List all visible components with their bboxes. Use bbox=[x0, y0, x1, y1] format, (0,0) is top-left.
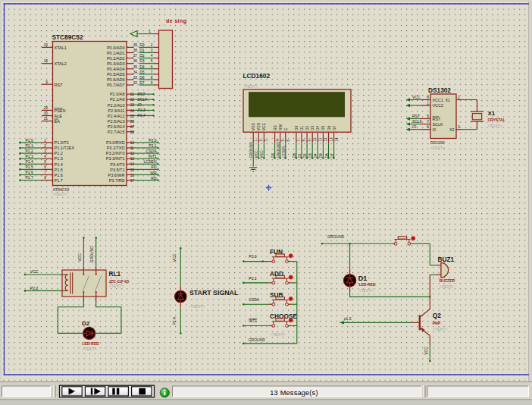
svg-text:VSS: VSS bbox=[252, 123, 255, 130]
svg-text:INT1: INT1 bbox=[149, 154, 157, 159]
svg-text:18: 18 bbox=[44, 59, 49, 63]
svg-text:Q2: Q2 bbox=[433, 312, 441, 319]
svg-text:P2.4: P2.4 bbox=[138, 113, 146, 118]
svg-text:P1.3: P1.3 bbox=[55, 156, 63, 161]
svg-text:P0.0/AD0: P0.0/AD0 bbox=[107, 46, 125, 50]
svg-text:30: 30 bbox=[44, 111, 49, 115]
svg-text:BUZ1: BUZ1 bbox=[438, 256, 455, 263]
svg-text:8: 8 bbox=[151, 76, 153, 80]
svg-text:D4: D4 bbox=[316, 126, 320, 130]
svg-text:13: 13 bbox=[130, 157, 135, 161]
svg-text:P2.6/A14: P2.6/A14 bbox=[108, 124, 125, 129]
svg-text:12: 12 bbox=[130, 152, 135, 155]
svg-text:5: 5 bbox=[427, 115, 429, 118]
svg-text:P3.6/WR: P3.6/WR bbox=[108, 173, 124, 177]
svg-text:2: 2 bbox=[458, 96, 460, 99]
svg-text:de sing: de sing bbox=[166, 18, 186, 24]
svg-text:3: 3 bbox=[44, 149, 46, 153]
svg-text:15: 15 bbox=[130, 168, 135, 172]
svg-text:P1.3: P1.3 bbox=[25, 154, 33, 159]
svg-text:2: 2 bbox=[151, 43, 153, 47]
svg-text:D4: D4 bbox=[314, 153, 318, 158]
svg-text:P2.0/A8: P2.0/A8 bbox=[110, 92, 125, 96]
svg-text:DS1302: DS1302 bbox=[430, 140, 445, 145]
svg-text:P1.6: P1.6 bbox=[25, 170, 33, 174]
svg-text:19: 19 bbox=[44, 43, 49, 47]
svg-text:D7: D7 bbox=[139, 80, 145, 85]
svg-text:GROUND: GROUND bbox=[277, 142, 280, 159]
svg-text:D2: D2 bbox=[303, 153, 307, 158]
svg-text:3: 3 bbox=[151, 49, 153, 52]
svg-text:D1: D1 bbox=[300, 126, 304, 130]
svg-text:8: 8 bbox=[427, 96, 429, 99]
svg-text:VCC2: VCC2 bbox=[433, 103, 443, 108]
svg-text:33: 33 bbox=[133, 76, 138, 80]
svg-text:PNP: PNP bbox=[433, 321, 441, 325]
svg-text:D0: D0 bbox=[293, 153, 296, 158]
svg-text:D1: D1 bbox=[298, 153, 302, 158]
svg-text:D3: D3 bbox=[311, 126, 315, 130]
svg-text:VCC: VCC bbox=[255, 150, 258, 159]
svg-text:ALE: ALE bbox=[55, 114, 63, 118]
svg-text:P1.5: P1.5 bbox=[55, 168, 63, 172]
svg-text:LCDEN: LCDEN bbox=[282, 146, 286, 159]
svg-text:RST: RST bbox=[138, 92, 146, 96]
svg-text:13: 13 bbox=[330, 137, 333, 142]
svg-text:11: 11 bbox=[130, 146, 134, 150]
svg-text:RS: RS bbox=[271, 153, 275, 159]
svg-text:P3.5/T1: P3.5/T1 bbox=[110, 168, 124, 172]
svg-text:VCC: VCC bbox=[260, 150, 264, 159]
svg-text:<TEXT>: <TEXT> bbox=[82, 347, 96, 351]
svg-text:P1.2: P1.2 bbox=[55, 151, 63, 155]
svg-text:P1.7: P1.7 bbox=[25, 175, 33, 180]
svg-text:24: 24 bbox=[130, 109, 135, 113]
svg-text:X1: X1 bbox=[488, 110, 496, 117]
svg-text:P0.7/AD7: P0.7/AD7 bbox=[107, 83, 125, 87]
svg-text:D0: D0 bbox=[295, 126, 299, 130]
svg-text:16: 16 bbox=[130, 174, 135, 177]
svg-text:<TEXT>: <TEXT> bbox=[243, 84, 258, 89]
svg-text:38: 38 bbox=[133, 49, 138, 52]
svg-text:17: 17 bbox=[130, 179, 135, 183]
svg-text:STC89C52: STC89C52 bbox=[52, 33, 83, 41]
svg-text:XTAL1: XTAL1 bbox=[55, 46, 67, 50]
svg-text:X2: X2 bbox=[449, 127, 455, 132]
svg-text:P0.6/AD6: P0.6/AD6 bbox=[107, 77, 125, 82]
svg-text:P1.1/T2EX: P1.1/T2EX bbox=[55, 146, 75, 150]
svg-text:2: 2 bbox=[44, 144, 46, 148]
svg-text:P0.4/AD4: P0.4/AD4 bbox=[107, 67, 125, 71]
svg-text:XTAL2: XTAL2 bbox=[55, 61, 67, 66]
svg-text:<TEXT>: <TEXT> bbox=[433, 327, 447, 331]
svg-text:P2.2/A10: P2.2/A10 bbox=[108, 103, 125, 108]
svg-text:P1.5: P1.5 bbox=[25, 165, 33, 169]
svg-text:10: 10 bbox=[130, 141, 135, 145]
svg-text:P2.4/A12: P2.4/A12 bbox=[108, 114, 125, 118]
svg-text:9: 9 bbox=[308, 140, 311, 142]
svg-text:5: 5 bbox=[44, 160, 46, 164]
svg-text:D3: D3 bbox=[308, 153, 312, 158]
svg-text:VCC: VCC bbox=[412, 95, 421, 99]
svg-text:5: 5 bbox=[151, 59, 153, 63]
svg-text:37: 37 bbox=[133, 54, 138, 58]
svg-text:D3: D3 bbox=[139, 58, 145, 63]
svg-text:1: 1 bbox=[149, 30, 151, 33]
svg-text:D4: D4 bbox=[139, 64, 145, 69]
svg-text:3: 3 bbox=[264, 140, 268, 142]
svg-text:VCC: VCC bbox=[424, 347, 428, 355]
svg-text:D7: D7 bbox=[333, 126, 336, 130]
svg-text:34: 34 bbox=[133, 71, 138, 74]
svg-text:1: 1 bbox=[427, 102, 429, 105]
svg-text:DS1302: DS1302 bbox=[428, 86, 451, 94]
svg-text:D6: D6 bbox=[327, 126, 331, 130]
svg-text:P2.3/A11: P2.3/A11 bbox=[108, 108, 124, 113]
svg-text:4: 4 bbox=[276, 140, 280, 142]
svg-text:27: 27 bbox=[130, 125, 135, 129]
svg-text:21: 21 bbox=[130, 93, 135, 96]
svg-text:EA: EA bbox=[55, 119, 61, 124]
svg-text:11: 11 bbox=[318, 137, 322, 141]
svg-text:GROUND: GROUND bbox=[327, 234, 345, 239]
svg-text:7: 7 bbox=[151, 71, 153, 74]
svg-text:I0: I0 bbox=[433, 127, 437, 132]
svg-text:10: 10 bbox=[313, 137, 317, 142]
svg-text:9: 9 bbox=[45, 80, 48, 84]
